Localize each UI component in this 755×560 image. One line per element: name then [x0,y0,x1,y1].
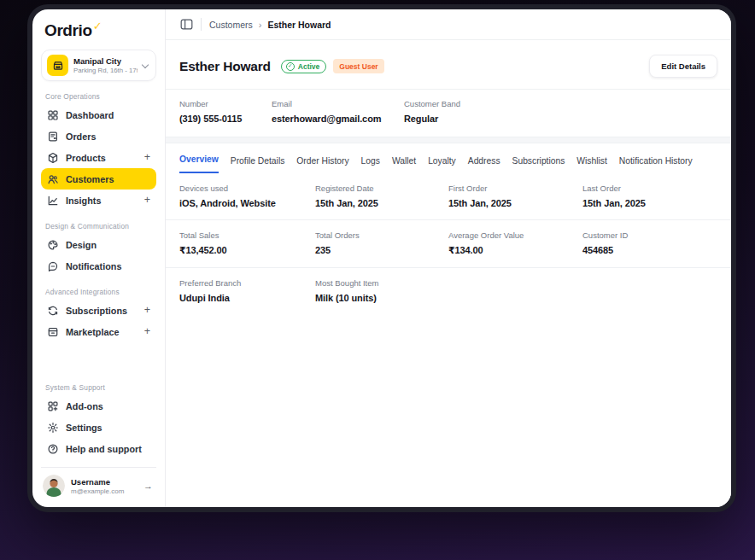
sidebar-item-help-support[interactable]: Help and support [41,438,156,459]
sidebar-item-marketplace[interactable]: Marketplace + [41,321,156,342]
tab-overview[interactable]: Overview [179,155,219,173]
sidebar-item-add-ons[interactable]: Add-ons [41,395,156,417]
user-info: Username m@example.com [71,477,124,495]
edit-details-button[interactable]: Edit Details [649,55,717,78]
orders-icon [47,131,59,143]
detail-field-total-orders: Total Orders 235 [315,230,448,256]
sidebar-item-products[interactable]: Products + [41,147,156,168]
app-window: Ordrio ✓ Manipal City Parking Rd, 16th -… [27,4,736,512]
contact-field-email: Email esterhoward@gmail.com [272,99,404,124]
sidebar-item-label: Insights [66,195,101,206]
overview-details: Devices used iOS, Android, Website Regis… [166,173,731,314]
tab-order-history[interactable]: Order History [296,156,348,173]
tab-subscriptions[interactable]: Subscriptions [512,156,565,173]
user-email: m@example.com [71,487,124,495]
check-circle-icon: ✓ [286,62,295,71]
sidebar-item-label: Dashboard [66,110,114,120]
arrow-right-icon[interactable]: → [143,481,153,491]
expand-plus-icon[interactable]: + [144,305,150,316]
sidebar-item-notifications[interactable]: Notifications [41,255,156,277]
detail-label: Last Order [582,184,717,193]
tab-wallet[interactable]: Wallet [392,156,416,173]
user-name: Username [71,477,124,487]
chat-bubble-icon [47,260,59,272]
detail-value: 235 [315,245,448,255]
breadcrumb-customers-link[interactable]: Customers [209,20,253,30]
field-value: Regular [404,114,717,124]
field-label: Email [272,99,404,108]
sidebar-item-orders[interactable]: Orders [41,125,156,147]
status-badge-label: Active [298,62,320,71]
field-value: esterhoward@gmail.com [272,114,404,124]
section-title-advanced-integrations: Advanced Integrations [45,288,152,296]
sidebar-item-subscriptions[interactable]: Subscriptions + [41,300,156,321]
detail-value: 15th Jan, 2025 [448,198,582,208]
branch-selector[interactable]: Manipal City Parking Rd, 16th - 17th Blo… [41,50,156,81]
sidebar-item-customers[interactable]: Customers [41,168,156,190]
sidebar-item-insights[interactable]: Insights + [41,190,156,211]
detail-value: 15th Jan, 2025 [582,198,717,208]
chevron-right-icon: › [259,20,262,30]
products-icon [47,152,59,164]
tab-notification-history[interactable]: Notification History [619,156,693,173]
sidebar-item-design[interactable]: Design [41,234,156,255]
detail-field-customer-id: Customer ID 454685 [582,230,717,256]
tab-bar: Overview Profile Details Order History L… [166,143,731,173]
detail-field-registered-date: Registered Date 15th Jan, 2025 [315,184,448,208]
detail-value: iOS, Android, Website [179,198,315,208]
sidebar-toggle-icon[interactable] [180,19,193,30]
brand-name: Ordrio [44,21,92,40]
page-title: Esther Howard [179,59,271,74]
detail-field-total-sales: Total Sales ₹13,452.00 [179,230,315,256]
sidebar-item-settings[interactable]: Settings [41,417,156,438]
detail-value: ₹134.00 [448,245,582,256]
add-ons-icon [47,400,59,412]
section-separator [166,137,731,143]
marketplace-icon [47,326,59,338]
breadcrumb-current: Esther Howard [267,20,331,30]
tab-logs[interactable]: Logs [361,156,380,173]
field-label: Number [179,99,272,108]
customers-icon [47,173,59,185]
sidebar-item-label: Notifications [66,261,121,271]
sidebar-item-label: Settings [66,423,102,433]
detail-field-preferred-branch: Preferred Branch Udupi India [179,278,315,303]
expand-plus-icon[interactable]: + [144,152,150,163]
tab-wishlist[interactable]: Wishlist [576,156,606,173]
detail-value: Milk (10 units) [315,293,448,303]
topbar-divider [201,18,202,31]
expand-plus-icon[interactable]: + [144,195,150,206]
detail-field-first-order: First Order 15th Jan, 2025 [448,184,582,208]
detail-field-average-order-value: Average Order Value ₹134.00 [448,230,582,256]
sidebar-item-dashboard[interactable]: Dashboard [41,104,156,125]
topbar: Customers › Esther Howard [166,9,731,40]
detail-value: 15th Jan, 2025 [315,198,448,208]
detail-label: Preferred Branch [179,278,315,288]
detail-label: Most Bought Item [315,278,448,288]
content-filler [166,314,731,507]
detail-label: First Order [448,184,582,193]
avatar [43,475,65,497]
tab-address[interactable]: Address [468,156,500,173]
detail-field-last-order: Last Order 15th Jan, 2025 [582,184,717,208]
branch-name: Manipal City [73,56,138,66]
field-value: (319) 555-0115 [179,114,272,124]
detail-label: Total Sales [179,230,315,240]
help-circle-icon [47,443,59,455]
user-profile[interactable]: Username m@example.com → [41,467,156,499]
guest-user-badge: Guest User [333,59,383,73]
expand-plus-icon[interactable]: + [144,326,150,337]
tab-profile-details[interactable]: Profile Details [231,156,285,173]
sidebar-item-label: Products [66,153,106,163]
detail-value: 454685 [582,245,717,255]
sidebar-item-label: Add-ons [66,401,103,411]
customer-header: Esther Howard ✓ Active Guest User Edit D… [166,40,731,89]
detail-value: Udupi India [179,293,315,303]
brand-check-icon: ✓ [93,20,102,32]
detail-label: Total Orders [315,230,448,240]
chevron-down-icon [142,61,149,67]
store-icon [47,55,68,76]
detail-row: Devices used iOS, Android, Website Regis… [166,173,731,219]
tab-loyalty[interactable]: Loyalty [428,156,456,173]
status-badge-active: ✓ Active [281,60,327,73]
